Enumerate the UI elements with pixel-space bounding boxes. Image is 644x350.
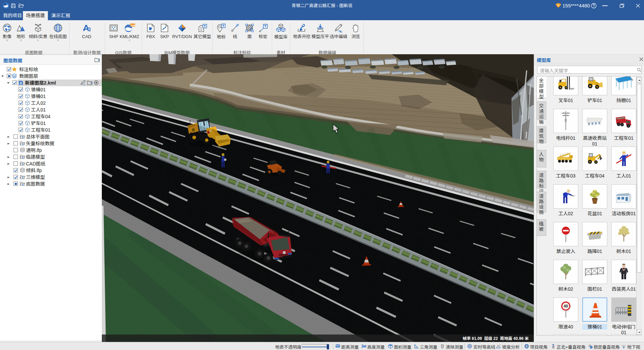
svg-text:KML: KML xyxy=(131,24,136,27)
svg-text:40: 40 xyxy=(563,304,568,309)
svg-text:帧率 61.09 层级 22 距地面 40.96 米: 帧率 61.09 层级 22 距地面 40.96 米 xyxy=(463,336,529,341)
